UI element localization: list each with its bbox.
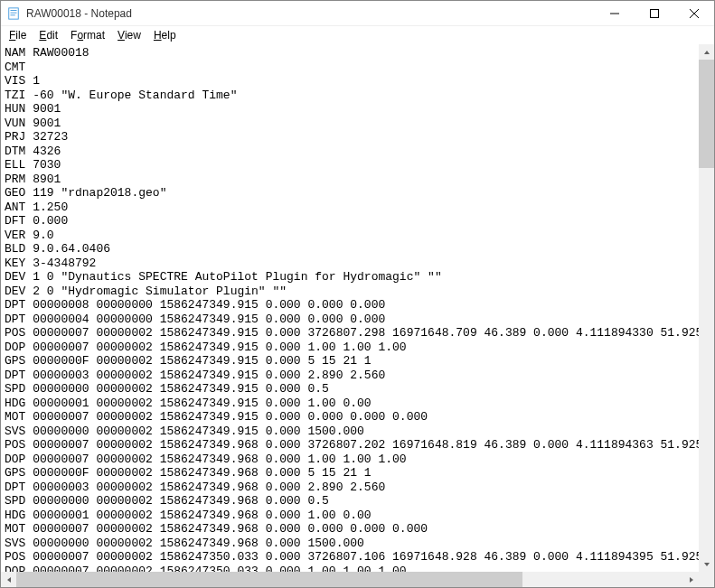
text-area[interactable]: NAM RAW00018 CMT VIS 1 TZI -60 "W. Europ…	[1, 44, 699, 572]
scroll-right-button[interactable]	[683, 572, 699, 587]
window-controls	[595, 1, 714, 25]
vertical-scroll-track[interactable]	[699, 60, 714, 556]
svg-marker-9	[704, 563, 710, 566]
notepad-icon	[6, 6, 21, 21]
svg-marker-11	[690, 577, 693, 583]
horizontal-scroll-thumb[interactable]	[16, 572, 522, 587]
scroll-up-button[interactable]	[699, 44, 714, 60]
titlebar: RAW00018 - Notepad	[1, 1, 714, 26]
horizontal-scrollbar[interactable]	[1, 572, 714, 587]
svg-marker-8	[704, 51, 710, 54]
window-title: RAW00018 - Notepad	[26, 7, 595, 20]
menubar: File Edit Format View Help	[1, 26, 714, 44]
horizontal-scroll-track[interactable]	[16, 572, 683, 587]
vertical-scroll-thumb[interactable]	[699, 60, 714, 168]
maximize-button[interactable]	[635, 1, 674, 25]
svg-rect-0	[9, 7, 19, 18]
menu-format[interactable]: Format	[64, 28, 111, 42]
svg-rect-5	[651, 9, 659, 17]
scroll-down-button[interactable]	[699, 556, 714, 572]
scroll-left-button[interactable]	[1, 572, 16, 587]
menu-file[interactable]: File	[3, 28, 33, 42]
menu-edit[interactable]: Edit	[33, 28, 64, 42]
minimize-button[interactable]	[595, 1, 635, 25]
menu-view[interactable]: View	[111, 28, 147, 42]
menu-help[interactable]: Help	[147, 28, 183, 42]
scroll-corner	[699, 572, 714, 587]
vertical-scrollbar[interactable]	[699, 44, 714, 572]
svg-marker-10	[7, 577, 11, 583]
close-button[interactable]	[674, 1, 714, 25]
